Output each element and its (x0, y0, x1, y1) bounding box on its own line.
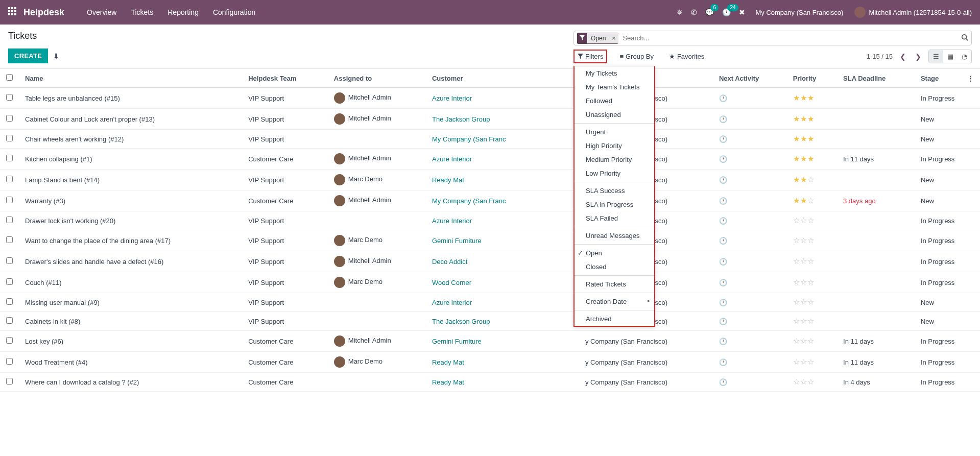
star-icon[interactable]: ★ (793, 114, 800, 124)
row-checkbox[interactable] (6, 135, 13, 141)
priority-stars[interactable]: ☆☆☆ (793, 236, 831, 245)
view-kanban-icon[interactable]: ▦ (943, 50, 958, 63)
star-icon[interactable]: ☆ (800, 278, 807, 287)
filter-option[interactable]: Urgent (575, 125, 654, 139)
customer-link[interactable]: Gemini Furniture (432, 237, 482, 245)
clock-icon[interactable]: 🕐 (719, 258, 727, 266)
row-checkbox[interactable] (6, 155, 13, 161)
customer-link[interactable]: Azure Interior (432, 299, 472, 306)
star-icon[interactable]: ☆ (793, 337, 800, 346)
clock-icon[interactable]: 🕐 (719, 299, 727, 306)
col-name[interactable]: Name (19, 69, 242, 88)
star-icon[interactable]: ☆ (807, 175, 814, 184)
phone-icon[interactable]: ✆ (691, 8, 697, 16)
priority-stars[interactable]: ☆☆☆ (793, 216, 831, 225)
nav-tickets[interactable]: Tickets (124, 8, 160, 16)
clock-icon[interactable]: 🕐 (719, 358, 727, 366)
filter-option[interactable]: Archived (575, 312, 654, 326)
priority-stars[interactable]: ☆☆☆ (793, 317, 831, 326)
groupby-button[interactable]: ≡ Group By (616, 51, 657, 62)
filter-option[interactable]: My Tickets (575, 66, 654, 80)
col-activity[interactable]: Next Activity (713, 69, 787, 88)
col-customer[interactable]: Customer (426, 69, 579, 88)
priority-stars[interactable]: ★★☆ (793, 175, 831, 184)
clock-icon[interactable]: 🕐 (719, 94, 727, 102)
tools-icon[interactable]: ✖ (739, 8, 745, 16)
star-icon[interactable]: ☆ (793, 216, 800, 225)
apps-icon[interactable] (8, 7, 16, 18)
customer-link[interactable]: Wood Corner (432, 279, 471, 286)
filter-option[interactable]: Unassigned (575, 108, 654, 122)
customer-link[interactable]: Ready Mat (432, 176, 464, 184)
star-icon[interactable]: ★ (800, 93, 807, 103)
star-icon[interactable]: ☆ (793, 377, 800, 387)
star-icon[interactable]: ★ (807, 93, 814, 103)
star-icon[interactable]: ★ (793, 93, 800, 103)
clock-icon[interactable]: 🕐 (719, 217, 727, 225)
customer-link[interactable]: Ready Mat (432, 378, 464, 386)
filter-option[interactable]: Creation Date (575, 295, 654, 308)
priority-stars[interactable]: ☆☆☆ (793, 337, 831, 346)
priority-stars[interactable]: ☆☆☆ (793, 278, 831, 287)
select-all-checkbox[interactable] (6, 74, 13, 81)
customer-link[interactable]: My Company (San Franc (432, 197, 506, 205)
priority-stars[interactable]: ★★★ (793, 93, 831, 103)
star-icon[interactable]: ★ (800, 175, 807, 184)
star-icon[interactable]: ☆ (800, 337, 807, 346)
priority-stars[interactable]: ★★★ (793, 114, 831, 124)
clock-icon[interactable]: 🕐 (719, 378, 727, 386)
star-icon[interactable]: ☆ (807, 337, 814, 346)
bug-icon[interactable]: ✵ (677, 8, 683, 16)
table-row[interactable]: Cabinet Colour and Lock aren't proper (#… (0, 109, 980, 130)
search-bar[interactable]: Open × (573, 31, 972, 45)
download-icon[interactable]: ⬇ (53, 52, 59, 60)
star-icon[interactable]: ☆ (800, 317, 807, 326)
customer-link[interactable]: Azure Interior (432, 94, 472, 102)
nav-overview[interactable]: Overview (80, 8, 124, 16)
table-row[interactable]: Drawer lock isn't working (#20)VIP Suppo… (0, 211, 980, 230)
col-team[interactable]: Helpdesk Team (242, 69, 328, 88)
row-checkbox[interactable] (6, 197, 13, 203)
filter-option[interactable]: SLA Failed (575, 211, 654, 225)
filter-option[interactable]: My Team's Tickets (575, 80, 654, 94)
clock-icon[interactable]: 🕐 (719, 237, 727, 245)
row-checkbox[interactable] (6, 378, 13, 385)
customer-link[interactable]: The Jackson Group (432, 115, 490, 123)
row-checkbox[interactable] (6, 317, 13, 324)
star-icon[interactable]: ☆ (800, 216, 807, 225)
filter-option[interactable]: Closed (575, 260, 654, 274)
customer-link[interactable]: Azure Interior (432, 217, 472, 225)
table-row[interactable]: Warranty (#3)Customer CareMitchell Admin… (0, 190, 980, 211)
priority-stars[interactable]: ★★★ (793, 154, 831, 163)
table-row[interactable]: Lost key (#6)Customer CareMitchell Admin… (0, 331, 980, 352)
star-icon[interactable]: ☆ (800, 298, 807, 307)
filters-button[interactable]: Filters (573, 50, 607, 63)
company-selector[interactable]: My Company (San Francisco) (755, 9, 843, 16)
row-checkbox[interactable] (6, 94, 13, 101)
pager-prev[interactable]: ❮ (898, 53, 908, 61)
star-icon[interactable]: ☆ (800, 236, 807, 245)
row-checkbox[interactable] (6, 298, 13, 305)
customer-link[interactable]: Azure Interior (432, 155, 472, 163)
star-icon[interactable]: ★ (807, 134, 814, 143)
clock-icon[interactable]: 🕐 (719, 197, 727, 205)
customer-link[interactable]: Deco Addict (432, 258, 467, 266)
star-icon[interactable]: ☆ (807, 377, 814, 387)
star-icon[interactable]: ★ (800, 154, 807, 163)
filter-option[interactable]: Followed (575, 94, 654, 108)
star-icon[interactable]: ☆ (793, 317, 800, 326)
table-row[interactable]: Drawer's slides and handle have a defect… (0, 251, 980, 272)
clock-icon[interactable]: 🕐 (719, 318, 727, 325)
star-icon[interactable]: ☆ (793, 257, 800, 266)
star-icon[interactable]: ☆ (800, 257, 807, 266)
table-row[interactable]: Kitchen collapsing (#1)Customer CareMitc… (0, 149, 980, 170)
app-brand[interactable]: Helpdesk (23, 7, 64, 18)
star-icon[interactable]: ★ (800, 114, 807, 124)
star-icon[interactable]: ☆ (793, 298, 800, 307)
user-menu[interactable]: Mitchell Admin (12571854-15-0-all) (854, 7, 972, 18)
table-row[interactable]: Missing user manual (#9)VIP SupportAzure… (0, 293, 980, 312)
priority-stars[interactable]: ★★☆ (793, 196, 831, 205)
star-icon[interactable]: ★ (793, 154, 800, 163)
star-icon[interactable]: ☆ (807, 236, 814, 245)
row-checkbox[interactable] (6, 115, 13, 122)
